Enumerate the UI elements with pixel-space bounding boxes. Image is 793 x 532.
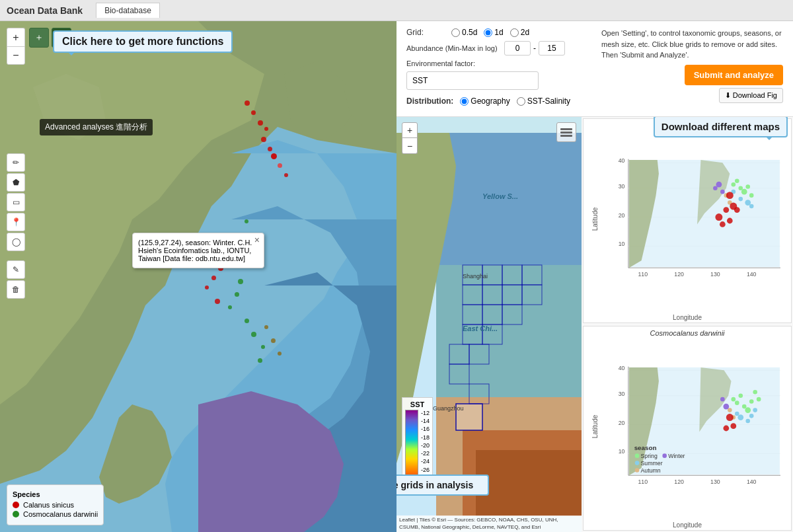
zoom-out-button[interactable]: − [7, 46, 25, 65]
abundance-min-input[interactable] [504, 41, 531, 56]
map-zoom-toolbar: + − [7, 28, 25, 65]
download-fig-button[interactable]: ⬇ Download Fig [719, 88, 783, 103]
grid-radio-0.5d[interactable] [451, 28, 460, 37]
svg-point-53 [745, 184, 750, 189]
circle-tool[interactable]: ◯ [7, 233, 25, 251]
svg-point-111 [635, 468, 640, 473]
svg-point-104 [730, 423, 736, 429]
svg-point-87 [735, 400, 739, 405]
svg-point-88 [738, 393, 743, 398]
grid-control-row: Grid: 0.5d 1d 2d [406, 28, 588, 37]
species-dot-red-7 [271, 153, 277, 159]
map-popup: × (125.9,27.24), season: Winter. C.H. Hs… [132, 233, 264, 268]
species-dot-green-5 [228, 305, 232, 309]
svg-text:40: 40 [619, 157, 625, 164]
svg-point-62 [713, 186, 718, 190]
env-factor-input[interactable] [406, 71, 539, 90]
dist-radio-sst-salinity[interactable] [517, 97, 525, 106]
left-map-panel: Click here to get more functions + − ＋ ⊞… [0, 21, 397, 532]
svg-point-109 [635, 461, 640, 465]
abundance-max-input[interactable] [539, 41, 565, 56]
layers-button[interactable] [556, 122, 576, 142]
header: Ocean Data Bank Bio-database [0, 0, 793, 21]
middle-sst-map: Yellow S... East Chi... Shanghai Guangzh… [397, 117, 582, 532]
svg-point-56 [745, 200, 751, 206]
pencil-tool[interactable]: ✏ [7, 153, 25, 172]
svg-text:Yellow S...: Yellow S... [482, 192, 518, 200]
svg-text:20: 20 [619, 212, 625, 219]
polygon-tool[interactable]: ⬟ [7, 173, 25, 192]
svg-text:Shanghai: Shanghai [463, 273, 488, 280]
app-title: Ocean Data Bank [7, 5, 83, 16]
svg-point-48 [735, 178, 739, 183]
svg-text:120: 120 [674, 478, 684, 485]
svg-point-65 [734, 207, 740, 213]
svg-point-63 [726, 192, 734, 199]
svg-point-90 [745, 407, 751, 413]
sst-label-8: -26 [421, 467, 430, 473]
svg-text:30: 30 [619, 391, 625, 397]
legend-dot-1 [13, 502, 19, 508]
svg-text:140: 140 [747, 271, 757, 278]
species-dot-olive-2 [271, 338, 276, 343]
pin-tool[interactable]: 📍 [7, 213, 25, 231]
svg-point-107 [635, 453, 640, 458]
svg-text:140: 140 [747, 478, 757, 485]
svg-point-57 [749, 204, 754, 209]
bio-database-tab[interactable]: Bio-database [96, 3, 160, 18]
grid-option-1d[interactable]: 1d [484, 28, 503, 37]
species-dot-red-9 [211, 276, 216, 280]
main-map-background [0, 21, 397, 532]
svg-point-103 [726, 414, 734, 421]
submit-analyze-button[interactable]: Submit and analyze [685, 65, 783, 85]
svg-point-61 [720, 190, 725, 194]
grid-radio-group: 0.5d 1d 2d [451, 28, 529, 37]
species-dot-red-10 [205, 285, 209, 289]
controls-left: Grid: 0.5d 1d 2d A [406, 28, 588, 110]
species-dot-red-3 [258, 120, 263, 126]
mid-zoom-out-button[interactable]: − [402, 138, 418, 154]
delete-tool[interactable]: 🗑 [7, 280, 25, 299]
svg-text:East Chi...: East Chi... [463, 324, 498, 332]
legend-dot-2 [13, 511, 19, 517]
svg-point-95 [737, 414, 743, 420]
grid-option-2d[interactable]: 2d [510, 28, 529, 37]
legend-item-1: Calanus sinicus [13, 501, 98, 509]
callout-download-maps: Download different maps [654, 117, 788, 137]
distribution-sst-salinity[interactable]: SST-Salinity [517, 96, 570, 106]
grid-option-0.5d[interactable]: 0.5d [451, 28, 477, 37]
svg-text:130: 130 [710, 478, 720, 485]
chart-1-svg: 40 30 20 10 110 120 130 140 [607, 135, 788, 306]
chart-2-x-label: Longitude [673, 521, 702, 529]
svg-text:10: 10 [619, 241, 625, 247]
zoom-in-button[interactable]: + [7, 28, 25, 46]
legend-item-2: Cosmocalanus darwinii [13, 510, 98, 518]
species-dot-green-4 [235, 292, 239, 297]
species-dot-green-10 [245, 219, 248, 223]
distribution-geography[interactable]: Geography [460, 96, 510, 106]
svg-text:10: 10 [619, 448, 625, 455]
svg-point-94 [735, 412, 739, 416]
env-input-row [406, 71, 588, 90]
dist-radio-geography[interactable] [460, 97, 469, 106]
svg-point-97 [749, 414, 754, 418]
grid-radio-2d[interactable] [510, 28, 519, 37]
svg-point-101 [720, 397, 725, 402]
popup-close-button[interactable]: × [254, 235, 260, 245]
chart-2-svg: 40 30 20 10 110 120 130 140 [607, 343, 788, 513]
sst-label-2: -14 [421, 418, 430, 424]
plus-icon-btn[interactable]: ＋ [29, 28, 49, 48]
svg-text:30: 30 [619, 183, 625, 190]
map-legend: Species Calanus sinicus Cosmocalanus dar… [7, 484, 104, 525]
svg-text:Autumn: Autumn [641, 467, 661, 474]
svg-point-98 [753, 408, 757, 412]
drawing-tools: ✏ ⬟ ▭ 📍 ◯ ✎ 🗑 [7, 153, 25, 299]
edit-tool[interactable]: ✎ [7, 260, 25, 279]
svg-point-89 [742, 404, 747, 409]
mid-zoom-in-button[interactable]: + [402, 122, 418, 138]
grid-radio-1d[interactable] [484, 28, 492, 37]
svg-rect-31 [560, 135, 572, 137]
rectangle-tool[interactable]: ▭ [7, 193, 25, 211]
svg-point-49 [738, 186, 743, 190]
controls-section: Grid: 0.5d 1d 2d A [397, 21, 793, 117]
